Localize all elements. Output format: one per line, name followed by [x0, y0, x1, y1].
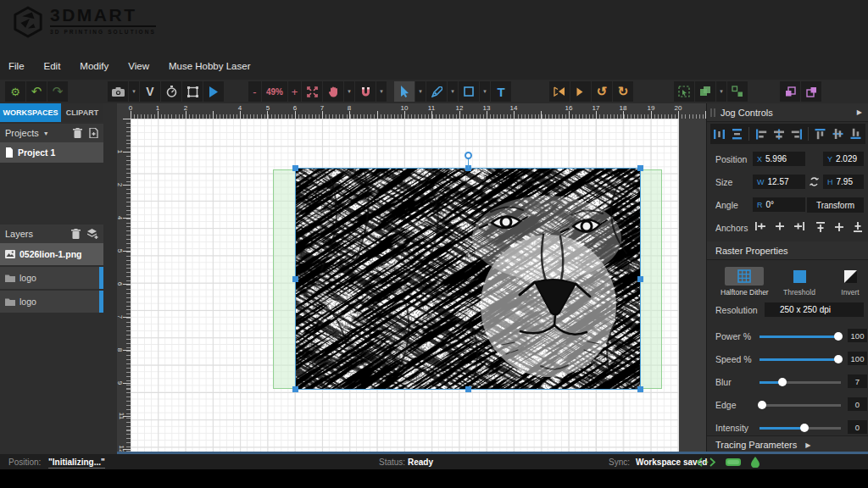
copy-properties-button[interactable]: [780, 81, 800, 102]
settings-button[interactable]: ⚙: [5, 81, 25, 102]
anchor-top-icon[interactable]: [815, 221, 826, 233]
slider-value[interactable]: 7: [848, 374, 867, 388]
anchor-left-icon[interactable]: [754, 221, 766, 231]
layer-item-logo-1[interactable]: logo: [0, 267, 103, 289]
zoom-in-button[interactable]: +: [288, 81, 301, 102]
slider-value[interactable]: 0: [848, 420, 867, 434]
tab-workspaces[interactable]: WORKSPACES: [0, 103, 61, 122]
mirror-vertical-button[interactable]: [570, 81, 591, 102]
redo-button[interactable]: ↷: [47, 81, 68, 102]
slider-value[interactable]: 100: [848, 329, 867, 342]
mirror-horizontal-button[interactable]: [549, 81, 570, 102]
ungroup-button[interactable]: [727, 81, 748, 102]
transform-button[interactable]: Transform: [807, 197, 864, 213]
menu-muse-hobby-laser[interactable]: Muse Hobby Laser: [169, 61, 251, 71]
snap-tool-button[interactable]: [355, 81, 376, 102]
mode-halftone-dither[interactable]: Halftone Dither: [721, 267, 769, 297]
new-project-icon[interactable]: [89, 128, 98, 138]
pan-dropdown[interactable]: ▾: [344, 81, 354, 102]
group-button[interactable]: [695, 81, 715, 102]
mode-invert[interactable]: Invert: [831, 267, 868, 297]
position-x-field[interactable]: X 5.996: [753, 152, 805, 166]
tab-clipart[interactable]: CLIPART: [61, 103, 103, 122]
trace-frame-button[interactable]: [182, 81, 203, 102]
zoom-fit-button[interactable]: [302, 81, 322, 102]
group-dropdown[interactable]: ▾: [716, 81, 726, 102]
menu-file[interactable]: File: [8, 61, 25, 71]
connection-icon[interactable]: [697, 458, 715, 467]
workspace-canvas[interactable]: [131, 119, 679, 452]
align-right-button[interactable]: [787, 125, 805, 143]
layer-item-image[interactable]: 0526lion-1.png: [0, 243, 103, 265]
pen-tool-button[interactable]: [426, 81, 447, 102]
menu-modify[interactable]: Modify: [80, 61, 108, 71]
rotation-handle[interactable]: [465, 152, 472, 159]
jog-controls-header[interactable]: Jog Controls ▶: [707, 103, 868, 122]
raster-image-lion[interactable]: [296, 169, 640, 389]
anchor-right-icon[interactable]: [793, 221, 805, 231]
intensity-slider[interactable]: [760, 427, 841, 430]
distribute-horizontal-button[interactable]: [710, 125, 728, 143]
undo-button[interactable]: ↶: [26, 81, 47, 102]
pen-tool-dropdown[interactable]: ▾: [448, 81, 458, 102]
menu-view[interactable]: View: [128, 61, 149, 71]
size-h-field[interactable]: H 7.95: [823, 175, 864, 189]
edge-slider[interactable]: [760, 404, 841, 407]
menu-edit[interactable]: Edit: [44, 61, 61, 71]
select-similar-button[interactable]: [674, 81, 694, 102]
shape-tool-button[interactable]: [459, 81, 479, 102]
mode-threshold[interactable]: Threshold: [780, 267, 819, 297]
align-left-button[interactable]: [752, 125, 770, 143]
bleed-guide-left[interactable]: [273, 169, 296, 389]
anchor-middle-v-icon[interactable]: [834, 221, 844, 233]
anchor-center-h-icon[interactable]: [775, 221, 785, 231]
project-item[interactable]: Project 1: [0, 142, 103, 163]
align-top-button[interactable]: [811, 125, 829, 143]
power-slider[interactable]: [760, 336, 841, 338]
align-bottom-button[interactable]: [847, 125, 865, 143]
aspect-lock-icon[interactable]: [810, 176, 819, 187]
pan-tool-button[interactable]: [323, 81, 343, 102]
anchor-bottom-icon[interactable]: [853, 221, 863, 233]
zoom-out-button[interactable]: -: [248, 81, 261, 102]
text-tool-button[interactable]: T: [491, 81, 511, 102]
run-time-button[interactable]: [161, 81, 181, 102]
ruler-ticks: [131, 111, 706, 119]
layer-item-logo-2[interactable]: logo: [0, 291, 103, 313]
select-tool-button[interactable]: [394, 81, 415, 102]
distribute-vertical-button[interactable]: [728, 125, 746, 143]
slider-value[interactable]: 0: [848, 397, 867, 411]
camera-capture-button[interactable]: [108, 81, 128, 102]
resolution-field[interactable]: 250 x 250 dpi: [765, 302, 864, 317]
speed-slider[interactable]: [760, 358, 841, 361]
vector-preview-button[interactable]: V: [140, 81, 160, 102]
run-job-button[interactable]: [203, 81, 224, 102]
slider-value[interactable]: 100: [848, 352, 867, 365]
chevron-right-icon[interactable]: ▶: [857, 108, 862, 116]
blur-slider[interactable]: [760, 381, 841, 384]
rotate-cw-button[interactable]: ↻: [613, 81, 633, 102]
position-y-field[interactable]: Y 2.029: [823, 152, 864, 166]
toolbar-group-tools: ▾ ▾ ▾ T: [394, 81, 512, 102]
select-tool-dropdown[interactable]: ▾: [415, 81, 426, 102]
angle-r-field[interactable]: R 0°: [753, 197, 805, 212]
raster-properties-header[interactable]: Raster Properties: [707, 241, 868, 260]
ruler-label: 18: [620, 104, 627, 112]
delete-project-icon[interactable]: [73, 128, 82, 138]
mode-label: Invert: [841, 288, 859, 297]
delete-layer-icon[interactable]: [71, 229, 81, 239]
align-center-vertical-button[interactable]: [829, 125, 847, 143]
camera-dropdown[interactable]: ▾: [129, 81, 139, 102]
zoom-level[interactable]: 49%: [262, 81, 287, 102]
battery-status-icon[interactable]: [726, 458, 741, 466]
projects-collapse-caret[interactable]: ▼: [43, 130, 49, 136]
paste-properties-button[interactable]: [801, 81, 821, 102]
shape-tool-dropdown[interactable]: ▾: [480, 81, 490, 102]
add-layer-icon[interactable]: [87, 229, 98, 239]
size-w-field[interactable]: W 12.57: [753, 175, 805, 189]
coolant-droplet-icon[interactable]: [751, 457, 760, 468]
rotate-ccw-button[interactable]: ↺: [592, 81, 612, 102]
snap-dropdown[interactable]: ▾: [376, 81, 387, 102]
bleed-guide-right[interactable]: [640, 169, 662, 389]
align-center-horizontal-button[interactable]: [770, 125, 787, 143]
